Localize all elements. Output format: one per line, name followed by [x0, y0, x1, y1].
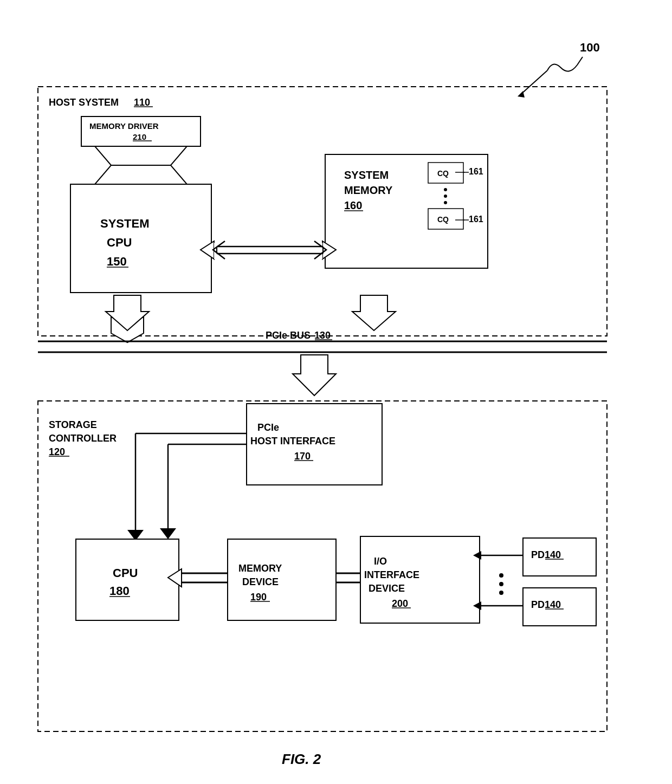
memory-device-label1: MEMORY: [238, 563, 282, 574]
system-cpu-box: [70, 184, 211, 293]
cq-dot-1: [444, 188, 447, 191]
bus-interface-arrow: [293, 355, 336, 396]
storage-controller-label2: CONTROLLER: [49, 433, 117, 444]
pcie-host-label2: HOST INTERFACE: [250, 436, 335, 446]
memory-driver-number: 210: [133, 132, 146, 141]
ref-161a: 161: [469, 167, 483, 176]
diagram-container: 100 HOST SYSTEM 110 MEMORY DRIVER 210 SY…: [0, 0, 672, 784]
pd-140-top-label: PD: [531, 549, 545, 560]
ref-161b: 161: [469, 215, 483, 224]
host-system-num-text: 110: [134, 97, 150, 108]
system-cpu-number: 150: [107, 255, 127, 268]
figure-label: FIG. 2: [282, 751, 321, 767]
storage-controller-label1: STORAGE: [49, 419, 97, 430]
hi-to-cpu-arrowhead: [160, 528, 176, 539]
arrow-cover: [214, 243, 322, 259]
cq-label-1: CQ: [437, 169, 449, 178]
system-memory-label2: MEMORY: [344, 184, 393, 196]
memory-device-label2: DEVICE: [242, 576, 279, 587]
cpu-180-box: [76, 539, 179, 620]
memory-device-number: 190: [250, 592, 267, 602]
funnel-top: [95, 146, 187, 165]
pd-dots-3: [499, 591, 503, 595]
pcie-bus-label: PCIe BUS: [266, 330, 311, 341]
io-interface-number: 200: [392, 598, 408, 609]
cpu-180-label: CPU: [113, 566, 138, 580]
cq-dot-2: [444, 195, 447, 198]
funnel-bottom: [95, 165, 187, 184]
pd-140-bottom-label: PD: [531, 599, 545, 610]
pcie-bus-number: 130: [314, 330, 331, 341]
pd-140-bottom-number: 140: [545, 599, 561, 610]
cq-label-2: CQ: [437, 215, 449, 224]
storage-controller-number: 120: [49, 446, 65, 457]
system-cpu-label1: SYSTEM: [100, 217, 149, 230]
system-memory-number: 160: [344, 199, 362, 211]
system-memory-label1: SYSTEM: [344, 169, 389, 181]
ref-100: 100: [580, 41, 600, 54]
io-interface-label3: DEVICE: [369, 583, 405, 594]
host-system-label: HOST SYSTEM: [49, 97, 119, 108]
pd-dots-1: [499, 573, 503, 578]
io-interface-label1: I/O: [374, 556, 387, 567]
ref-arrow-zigzag: [547, 57, 583, 71]
io-interface-label2: INTERFACE: [364, 569, 419, 580]
pcie-host-number: 170: [294, 451, 311, 462]
ref-arrow-line: [520, 70, 547, 95]
memory-driver-label: MEMORY DRIVER: [89, 121, 159, 131]
system-cpu-label2: CPU: [107, 236, 132, 249]
pcie-host-label1: PCIe: [257, 422, 279, 433]
mem-bus-arrow: [352, 295, 396, 331]
cq-dot-3: [444, 201, 447, 204]
pd-140-top-number: 140: [545, 549, 561, 560]
cpu-180-number: 180: [109, 584, 130, 598]
pd-dots-2: [499, 582, 503, 586]
